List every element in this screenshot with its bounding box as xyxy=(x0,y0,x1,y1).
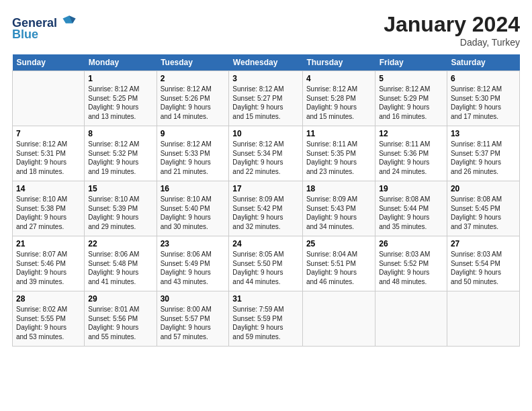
day-info: Sunrise: 7:59 AMSunset: 5:59 PMDaylight:… xyxy=(232,305,299,341)
day-info: Sunrise: 8:12 AMSunset: 5:26 PMDaylight:… xyxy=(161,85,226,121)
calendar-cell: 3Sunrise: 8:12 AMSunset: 5:27 PMDaylight… xyxy=(229,71,303,126)
calendar-cell: 21Sunrise: 8:07 AMSunset: 5:46 PMDayligh… xyxy=(13,236,85,291)
day-info: Sunrise: 8:00 AMSunset: 5:57 PMDaylight:… xyxy=(161,305,226,341)
calendar-cell: 11Sunrise: 8:11 AMSunset: 5:35 PMDayligh… xyxy=(302,126,375,181)
calendar-cell: 5Sunrise: 8:12 AMSunset: 5:29 PMDaylight… xyxy=(375,71,447,126)
calendar-cell xyxy=(13,71,85,126)
calendar-cell: 16Sunrise: 8:10 AMSunset: 5:40 PMDayligh… xyxy=(157,181,229,236)
day-number: 6 xyxy=(451,74,516,83)
day-info: Sunrise: 8:11 AMSunset: 5:37 PMDaylight:… xyxy=(451,140,516,176)
day-info: Sunrise: 8:12 AMSunset: 5:25 PMDaylight:… xyxy=(88,85,152,121)
calendar-row-1: 1Sunrise: 8:12 AMSunset: 5:25 PMDaylight… xyxy=(13,71,520,126)
calendar-cell: 26Sunrise: 8:03 AMSunset: 5:52 PMDayligh… xyxy=(375,236,447,291)
calendar-cell: 9Sunrise: 8:12 AMSunset: 5:33 PMDaylight… xyxy=(157,126,229,181)
day-info: Sunrise: 8:12 AMSunset: 5:28 PMDaylight:… xyxy=(306,85,371,121)
day-info: Sunrise: 8:12 AMSunset: 5:33 PMDaylight:… xyxy=(161,140,226,176)
day-info: Sunrise: 8:08 AMSunset: 5:45 PMDaylight:… xyxy=(451,195,516,231)
calendar-cell: 2Sunrise: 8:12 AMSunset: 5:26 PMDaylight… xyxy=(157,71,229,126)
day-info: Sunrise: 8:09 AMSunset: 5:42 PMDaylight:… xyxy=(232,195,299,231)
header-wednesday: Wednesday xyxy=(229,54,303,71)
weekday-header-row: Sunday Monday Tuesday Wednesday Thursday… xyxy=(13,54,520,71)
month-title: January 2024 xyxy=(384,12,520,37)
day-info: Sunrise: 8:12 AMSunset: 5:27 PMDaylight:… xyxy=(232,85,299,121)
calendar-table: Sunday Monday Tuesday Wednesday Thursday… xyxy=(12,54,520,347)
day-info: Sunrise: 8:10 AMSunset: 5:39 PMDaylight:… xyxy=(88,195,152,231)
day-info: Sunrise: 8:09 AMSunset: 5:43 PMDaylight:… xyxy=(306,195,371,231)
day-info: Sunrise: 8:04 AMSunset: 5:51 PMDaylight:… xyxy=(306,250,371,286)
header-tuesday: Tuesday xyxy=(157,54,229,71)
day-number: 31 xyxy=(232,294,299,304)
day-number: 2 xyxy=(161,74,226,83)
day-number: 30 xyxy=(161,294,226,304)
day-number: 17 xyxy=(232,184,299,193)
calendar-cell: 1Sunrise: 8:12 AMSunset: 5:25 PMDaylight… xyxy=(85,71,157,126)
header-saturday: Saturday xyxy=(447,54,519,71)
day-number: 13 xyxy=(451,129,516,138)
calendar-cell: 25Sunrise: 8:04 AMSunset: 5:51 PMDayligh… xyxy=(302,236,375,291)
day-number: 16 xyxy=(161,184,226,193)
calendar-cell: 14Sunrise: 8:10 AMSunset: 5:38 PMDayligh… xyxy=(13,181,85,236)
calendar-cell: 19Sunrise: 8:08 AMSunset: 5:44 PMDayligh… xyxy=(375,181,447,236)
day-number: 5 xyxy=(379,74,443,83)
day-info: Sunrise: 8:12 AMSunset: 5:32 PMDaylight:… xyxy=(88,140,152,176)
day-info: Sunrise: 8:12 AMSunset: 5:31 PMDaylight:… xyxy=(16,140,81,176)
day-info: Sunrise: 8:10 AMSunset: 5:40 PMDaylight:… xyxy=(161,195,226,231)
location-subtitle: Daday, Turkey xyxy=(384,37,520,48)
header-thursday: Thursday xyxy=(302,54,375,71)
calendar-cell: 28Sunrise: 8:02 AMSunset: 5:55 PMDayligh… xyxy=(13,291,85,347)
day-number: 23 xyxy=(161,239,226,248)
day-info: Sunrise: 8:11 AMSunset: 5:36 PMDaylight:… xyxy=(379,140,443,176)
day-number: 12 xyxy=(379,129,443,138)
logo-icon xyxy=(62,12,77,27)
day-number: 27 xyxy=(451,239,516,248)
calendar-cell: 8Sunrise: 8:12 AMSunset: 5:32 PMDaylight… xyxy=(85,126,157,181)
day-info: Sunrise: 8:06 AMSunset: 5:49 PMDaylight:… xyxy=(161,250,226,286)
calendar-cell: 12Sunrise: 8:11 AMSunset: 5:36 PMDayligh… xyxy=(375,126,447,181)
day-number: 25 xyxy=(306,239,371,248)
header-monday: Monday xyxy=(85,54,157,71)
page-container: General Blue January 2024 Daday, Turkey … xyxy=(0,0,532,353)
calendar-row-5: 28Sunrise: 8:02 AMSunset: 5:55 PMDayligh… xyxy=(13,291,520,347)
calendar-cell: 27Sunrise: 8:03 AMSunset: 5:54 PMDayligh… xyxy=(447,236,519,291)
calendar-cell xyxy=(447,291,519,347)
calendar-row-2: 7Sunrise: 8:12 AMSunset: 5:31 PMDaylight… xyxy=(13,126,520,181)
header-friday: Friday xyxy=(375,54,447,71)
day-number: 3 xyxy=(232,74,299,83)
day-info: Sunrise: 8:03 AMSunset: 5:52 PMDaylight:… xyxy=(379,250,443,286)
day-number: 1 xyxy=(88,74,152,83)
day-number: 21 xyxy=(16,239,81,248)
page-header: General Blue January 2024 Daday, Turkey xyxy=(12,12,520,48)
calendar-cell: 17Sunrise: 8:09 AMSunset: 5:42 PMDayligh… xyxy=(229,181,303,236)
calendar-cell: 18Sunrise: 8:09 AMSunset: 5:43 PMDayligh… xyxy=(302,181,375,236)
day-number: 10 xyxy=(232,129,299,138)
calendar-cell: 24Sunrise: 8:05 AMSunset: 5:50 PMDayligh… xyxy=(229,236,303,291)
day-number: 29 xyxy=(88,294,152,304)
header-sunday: Sunday xyxy=(13,54,85,71)
day-info: Sunrise: 8:08 AMSunset: 5:44 PMDaylight:… xyxy=(379,195,443,231)
day-info: Sunrise: 8:03 AMSunset: 5:54 PMDaylight:… xyxy=(451,250,516,286)
day-number: 7 xyxy=(16,129,81,138)
day-info: Sunrise: 8:05 AMSunset: 5:50 PMDaylight:… xyxy=(232,250,299,286)
day-number: 15 xyxy=(88,184,152,193)
calendar-cell: 15Sunrise: 8:10 AMSunset: 5:39 PMDayligh… xyxy=(85,181,157,236)
day-info: Sunrise: 8:07 AMSunset: 5:46 PMDaylight:… xyxy=(16,250,81,286)
day-info: Sunrise: 8:10 AMSunset: 5:38 PMDaylight:… xyxy=(16,195,81,231)
calendar-cell: 13Sunrise: 8:11 AMSunset: 5:37 PMDayligh… xyxy=(447,126,519,181)
day-number: 18 xyxy=(306,184,371,193)
day-number: 20 xyxy=(451,184,516,193)
calendar-cell: 4Sunrise: 8:12 AMSunset: 5:28 PMDaylight… xyxy=(302,71,375,126)
calendar-cell: 7Sunrise: 8:12 AMSunset: 5:31 PMDaylight… xyxy=(13,126,85,181)
calendar-cell: 30Sunrise: 8:00 AMSunset: 5:57 PMDayligh… xyxy=(157,291,229,347)
day-info: Sunrise: 8:06 AMSunset: 5:48 PMDaylight:… xyxy=(88,250,152,286)
calendar-cell: 31Sunrise: 7:59 AMSunset: 5:59 PMDayligh… xyxy=(229,291,303,347)
day-info: Sunrise: 8:12 AMSunset: 5:34 PMDaylight:… xyxy=(232,140,299,176)
day-number: 19 xyxy=(379,184,443,193)
calendar-cell: 20Sunrise: 8:08 AMSunset: 5:45 PMDayligh… xyxy=(447,181,519,236)
calendar-cell: 10Sunrise: 8:12 AMSunset: 5:34 PMDayligh… xyxy=(229,126,303,181)
day-info: Sunrise: 8:12 AMSunset: 5:30 PMDaylight:… xyxy=(451,85,516,121)
calendar-cell: 23Sunrise: 8:06 AMSunset: 5:49 PMDayligh… xyxy=(157,236,229,291)
day-number: 9 xyxy=(161,129,226,138)
calendar-cell: 22Sunrise: 8:06 AMSunset: 5:48 PMDayligh… xyxy=(85,236,157,291)
day-number: 24 xyxy=(232,239,299,248)
calendar-row-3: 14Sunrise: 8:10 AMSunset: 5:38 PMDayligh… xyxy=(13,181,520,236)
